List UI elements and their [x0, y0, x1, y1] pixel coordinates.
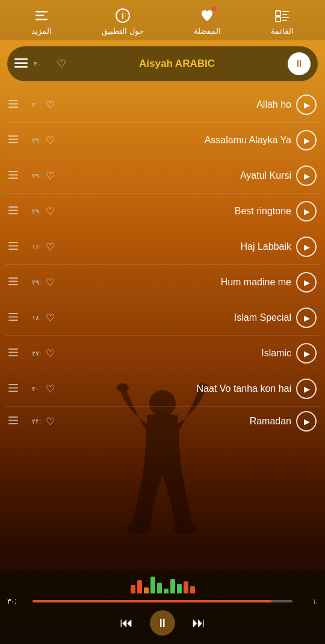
- svg-point-6: [173, 522, 197, 534]
- eq-bar-2: [144, 587, 149, 593]
- drag-handle-icon: [8, 135, 19, 146]
- eq-bar-0: [131, 585, 135, 593]
- song-row-4: ‎۲۹:‎ ♡ Best ringtone ▶: [5, 194, 320, 229]
- song-heart-6[interactable]: ♡: [46, 276, 55, 289]
- song-row-3: ‎۲۹:‎ ♡ Ayatul Kursi ▶: [5, 158, 320, 194]
- svg-rect-27: [8, 171, 18, 172]
- song-row-9: ‎۳۰:‎ ♡ Naat Vo tanha kon hai ▶: [5, 371, 320, 407]
- svg-rect-35: [8, 249, 18, 250]
- play-pause-button[interactable]: ⏸: [150, 610, 175, 636]
- nav-item-about[interactable]: i حول التطبيق: [102, 7, 144, 36]
- next-button[interactable]: ⏭: [186, 610, 211, 636]
- song-duration-6: ‎۲۹:‎: [24, 279, 41, 286]
- svg-rect-9: [36, 19, 48, 20]
- progress-bar[interactable]: [32, 600, 292, 602]
- svg-rect-49: [8, 420, 18, 421]
- drag-handle-icon: [8, 416, 19, 427]
- song-row-2: ‎۲۹:‎ ♡ Assalamu Alayka Ya ▶: [5, 123, 320, 158]
- svg-rect-24: [8, 135, 18, 137]
- song-row-7: ‎۱۸:‎ ♡ Islam Special ▶: [5, 300, 320, 336]
- svg-rect-46: [8, 387, 18, 388]
- song-play-btn-1[interactable]: ▶: [296, 94, 317, 115]
- svg-rect-39: [8, 313, 18, 314]
- song-duration-4: ‎۲۹:‎: [24, 208, 41, 215]
- play-pause-icon: ⏸: [156, 616, 169, 630]
- song-heart-7[interactable]: ♡: [46, 312, 55, 324]
- song-play-btn-2[interactable]: ▶: [296, 130, 317, 150]
- song-play-btn-6[interactable]: ▶: [296, 272, 317, 293]
- svg-rect-31: [8, 209, 18, 211]
- svg-rect-38: [8, 284, 18, 285]
- song-heart-3[interactable]: ♡: [46, 170, 55, 182]
- nav-item-favorites[interactable]: المفضلة: [194, 7, 221, 36]
- song-heart-9[interactable]: ♡: [46, 383, 55, 395]
- play-icon-1: ▶: [304, 101, 310, 110]
- svg-rect-8: [36, 15, 44, 17]
- now-heart-icon[interactable]: ♡: [57, 57, 66, 70]
- song-duration-1: ‎۳۰:‎: [24, 101, 41, 109]
- song-heart-1[interactable]: ♡: [46, 99, 55, 111]
- svg-rect-37: [8, 280, 18, 282]
- svg-rect-14: [282, 11, 289, 12]
- heart-nav-icon: [199, 7, 215, 24]
- song-play-btn-3[interactable]: ▶: [296, 166, 317, 186]
- svg-rect-29: [8, 178, 18, 179]
- play-icon-3: ▶: [304, 172, 310, 181]
- song-heart-5[interactable]: ♡: [46, 241, 55, 253]
- now-playing-title: Aisyah ARABIC: [72, 58, 282, 70]
- eq-bar-6: [170, 579, 175, 593]
- svg-rect-19: [14, 63, 28, 64]
- info-icon: i: [114, 7, 131, 24]
- svg-rect-12: [276, 11, 280, 16]
- svg-rect-28: [8, 174, 18, 175]
- prev-button[interactable]: ⏮: [114, 610, 139, 636]
- play-icon-8: ▶: [304, 349, 310, 358]
- song-title-7: Islam Special: [60, 312, 291, 323]
- play-icon-2: ▶: [304, 136, 310, 145]
- nav-label-favorites: المفضلة: [194, 26, 221, 36]
- song-heart-4[interactable]: ♡: [46, 205, 55, 218]
- song-duration-9: ‎۳۰:‎: [24, 385, 41, 393]
- nav-label-about: حول التطبيق: [102, 26, 144, 36]
- song-heart-10[interactable]: ♡: [46, 415, 55, 428]
- song-duration-7: ‎۱۸:‎: [24, 314, 41, 322]
- now-playing-bar: ‎۳۰:‎ ♡ Aisyah ARABIC ⏸: [7, 46, 318, 81]
- svg-rect-40: [8, 316, 18, 317]
- play-icon-10: ▶: [304, 417, 310, 426]
- song-play-btn-9[interactable]: ▶: [296, 379, 317, 399]
- song-row-8: ‎۲۷:‎ ♡ Islamic ▶: [5, 336, 320, 371]
- song-row-5: ‎۱۶:‎ ♡ Haj Labbaik ▶: [5, 229, 320, 265]
- song-play-btn-5[interactable]: ▶: [296, 237, 317, 257]
- eq-bar-3: [150, 577, 155, 593]
- svg-rect-47: [8, 391, 18, 392]
- song-duration-2: ‎۲۹:‎: [24, 137, 41, 144]
- song-title-2: Assalamu Alayka Ya: [60, 135, 291, 146]
- svg-rect-25: [8, 138, 18, 140]
- song-play-btn-4[interactable]: ▶: [296, 201, 317, 221]
- queue-icon: [274, 7, 291, 24]
- play-icon-5: ▶: [304, 243, 310, 252]
- song-heart-2[interactable]: ♡: [46, 134, 55, 147]
- svg-rect-48: [8, 416, 18, 418]
- drag-handle-icon: [8, 313, 19, 323]
- song-play-btn-8[interactable]: ▶: [296, 343, 317, 364]
- nav-item-more[interactable]: المزيد: [31, 7, 52, 36]
- song-row-10: ‎۲۴:‎ ♡ Ramadan ▶: [5, 407, 320, 436]
- song-duration-10: ‎۲۴:‎: [24, 418, 41, 426]
- top-navigation: المزيد i حول التطبيق المفضلة القائمة: [0, 0, 325, 40]
- nav-label-queue: القائمة: [271, 26, 294, 36]
- song-heart-8[interactable]: ♡: [46, 347, 55, 360]
- song-play-btn-7[interactable]: ▶: [296, 308, 317, 328]
- svg-rect-17: [282, 20, 287, 21]
- eq-bar-4: [157, 583, 162, 593]
- nav-item-queue[interactable]: القائمة: [271, 7, 294, 36]
- song-title-8: Islamic: [60, 348, 291, 359]
- eq-bar-5: [164, 589, 169, 593]
- svg-rect-32: [8, 213, 18, 214]
- now-pause-button[interactable]: ⏸: [288, 52, 311, 75]
- song-row-6: ‎۲۹:‎ ♡ Hum madine me ▶: [5, 265, 320, 300]
- equalizer-bars: [7, 574, 318, 593]
- svg-rect-34: [8, 245, 18, 246]
- song-play-btn-10[interactable]: ▶: [296, 411, 317, 432]
- drag-handle-icon: [8, 206, 19, 217]
